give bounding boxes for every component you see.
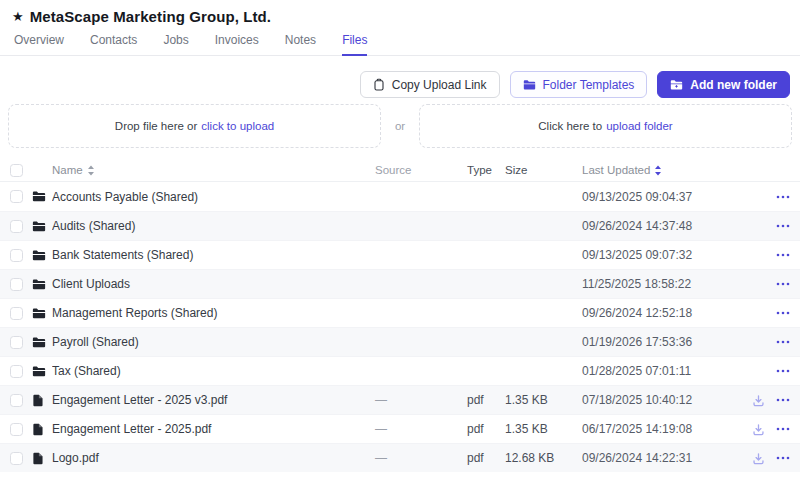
file-dropzone-text: Drop file here or (115, 120, 197, 132)
row-name: Accounts Payable (Shared) (52, 190, 198, 204)
click-to-upload-link[interactable]: click to upload (201, 120, 274, 132)
row-checkbox[interactable] (10, 452, 23, 465)
folder-dropzone[interactable]: Click here to upload folder (419, 104, 792, 148)
folder-icon (32, 336, 46, 349)
row-menu-button[interactable] (776, 427, 790, 431)
table-row[interactable]: Bank Statements (Shared) 09/13/2025 09:0… (0, 240, 800, 269)
dropzone-separator: or (381, 104, 419, 148)
folder-icon (32, 307, 46, 320)
files-table: Name Source Type Size Last Updated (0, 159, 800, 472)
tab-notes[interactable]: Notes (285, 34, 316, 55)
row-name: Bank Statements (Shared) (52, 248, 193, 262)
table-header-row: Name Source Type Size Last Updated (0, 159, 800, 182)
row-checkbox[interactable] (10, 307, 23, 320)
row-size: 12.68 KB (505, 451, 582, 465)
row-menu-button[interactable] (776, 282, 790, 286)
folder-icon (32, 220, 46, 233)
tab-invoices[interactable]: Invoices (215, 34, 259, 55)
row-checkbox[interactable] (10, 220, 23, 233)
row-last-updated: 09/13/2025 09:07:32 (582, 248, 734, 262)
file-icon (32, 423, 43, 436)
row-checkbox[interactable] (10, 249, 23, 262)
row-menu-button[interactable] (776, 340, 790, 344)
row-type: pdf (467, 393, 505, 407)
row-menu-button[interactable] (776, 224, 790, 228)
page-title: MetaScape Marketing Group, Ltd. (30, 8, 271, 25)
row-source: — (375, 451, 467, 465)
table-row[interactable]: Management Reports (Shared) 09/26/2024 1… (0, 298, 800, 327)
last-updated-column-header[interactable]: Last Updated (582, 164, 662, 176)
row-menu-button[interactable] (776, 456, 790, 460)
row-checkbox[interactable] (10, 278, 23, 291)
row-last-updated: 09/26/2024 12:52:18 (582, 306, 734, 320)
row-last-updated: 06/17/2025 14:19:08 (582, 422, 734, 436)
row-name: Engagement Letter - 2025.pdf (52, 422, 211, 436)
row-checkbox[interactable] (10, 394, 23, 407)
name-column-header[interactable]: Name (52, 164, 95, 176)
row-source: — (375, 393, 467, 407)
star-icon: ★ (12, 8, 24, 25)
download-icon-button[interactable] (752, 394, 765, 407)
row-name: Engagement Letter - 2025 v3.pdf (52, 393, 227, 407)
row-last-updated: 01/28/2025 07:01:11 (582, 364, 734, 378)
row-checkbox[interactable] (10, 365, 23, 378)
file-dropzone[interactable]: Drop file here or click to upload (8, 104, 381, 148)
row-name: Tax (Shared) (52, 364, 121, 378)
upload-folder-link[interactable]: upload folder (606, 120, 673, 132)
row-menu-button[interactable] (776, 253, 790, 257)
copy-upload-link-label: Copy Upload Link (392, 78, 487, 92)
table-row[interactable]: Client Uploads 11/25/2025 18:58:22 (0, 269, 800, 298)
add-new-folder-button[interactable]: Add new folder (657, 71, 790, 98)
row-last-updated: 01/19/2026 17:53:36 (582, 335, 734, 349)
type-column-label: Type (467, 164, 505, 176)
row-menu-button[interactable] (776, 195, 790, 199)
file-icon (32, 394, 43, 407)
table-row[interactable]: Accounts Payable (Shared) 09/13/2025 09:… (0, 182, 800, 211)
row-checkbox[interactable] (10, 423, 23, 436)
select-all-checkbox[interactable] (10, 164, 23, 177)
row-name: Client Uploads (52, 277, 130, 291)
tab-bar: Overview Contacts Jobs Invoices Notes Fi… (0, 34, 800, 56)
folder-icon (32, 190, 46, 203)
folder-dropzone-text: Click here to (538, 120, 602, 132)
download-icon-button[interactable] (752, 452, 765, 465)
row-name: Logo.pdf (52, 451, 99, 465)
row-last-updated: 07/18/2025 10:40:12 (582, 393, 734, 407)
size-column-label: Size (505, 164, 582, 176)
folder-templates-button[interactable]: Folder Templates (510, 71, 648, 98)
last-updated-column-label: Last Updated (582, 164, 650, 176)
copy-upload-link-button[interactable]: Copy Upload Link (360, 71, 500, 98)
table-row[interactable]: Engagement Letter - 2025 v3.pdf — pdf 1.… (0, 385, 800, 414)
row-menu-button[interactable] (776, 311, 790, 315)
row-checkbox[interactable] (10, 336, 23, 349)
tab-overview[interactable]: Overview (14, 34, 64, 55)
row-last-updated: 09/13/2025 09:04:37 (582, 190, 734, 204)
table-row[interactable]: Tax (Shared) 01/28/2025 07:01:11 (0, 356, 800, 385)
sort-icon (87, 165, 95, 176)
folder-icon (32, 365, 46, 378)
name-column-label: Name (52, 164, 83, 176)
toolbar: Copy Upload Link Folder Templates Add ne… (0, 56, 800, 98)
row-menu-button[interactable] (776, 398, 790, 402)
row-last-updated: 11/25/2025 18:58:22 (582, 277, 734, 291)
row-last-updated: 09/26/2024 14:22:31 (582, 451, 734, 465)
page-header: ★ MetaScape Marketing Group, Ltd. (0, 0, 800, 25)
source-column-label: Source (375, 164, 467, 176)
download-icon-button[interactable] (752, 423, 765, 436)
row-checkbox[interactable] (10, 190, 23, 203)
tab-files[interactable]: Files (342, 34, 367, 56)
folder-icon (32, 249, 46, 262)
table-row[interactable]: Audits (Shared) 09/26/2024 14:37:48 (0, 211, 800, 240)
row-type: pdf (467, 422, 505, 436)
tab-jobs[interactable]: Jobs (163, 34, 188, 55)
table-row[interactable]: Payroll (Shared) 01/19/2026 17:53:36 (0, 327, 800, 356)
sort-icon-active (654, 165, 662, 176)
table-row[interactable]: Logo.pdf — pdf 12.68 KB 09/26/2024 14:22… (0, 443, 800, 472)
row-name: Audits (Shared) (52, 219, 135, 233)
row-menu-button[interactable] (776, 369, 790, 373)
row-name: Payroll (Shared) (52, 335, 139, 349)
add-new-folder-label: Add new folder (690, 78, 777, 92)
table-row[interactable]: Engagement Letter - 2025.pdf — pdf 1.35 … (0, 414, 800, 443)
file-icon (32, 452, 43, 465)
tab-contacts[interactable]: Contacts (90, 34, 137, 55)
